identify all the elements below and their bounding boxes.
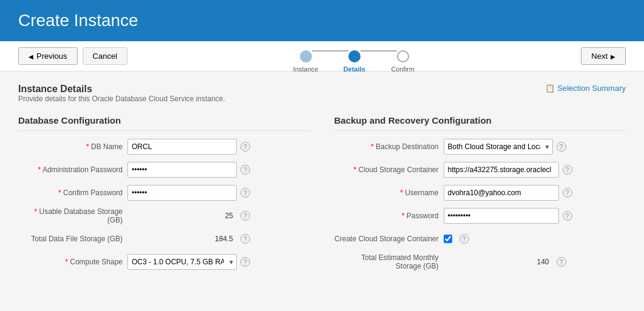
backup-password-label: Password — [334, 212, 444, 220]
backup-dest-help-icon[interactable]: ? — [557, 142, 566, 152]
backup-config-panel: Backup and Recovery Configuration Backup… — [334, 115, 626, 276]
total-monthly-label: Total Estimated Monthly Storage (GB) — [334, 253, 444, 270]
usable-storage-value: 25 — [127, 212, 237, 220]
step-line-1 — [312, 50, 348, 52]
create-container-row: Create Cloud Storage Container ? — [334, 230, 626, 247]
backup-dest-row: Backup Destination Both Cloud Storage an… — [334, 138, 626, 155]
section-header: Instance Details Provide details for thi… — [18, 84, 225, 103]
step-details: Details — [348, 50, 361, 62]
summary-icon: 📋 — [545, 84, 555, 93]
username-input[interactable] — [444, 185, 559, 201]
usable-storage-help-icon[interactable]: ? — [240, 211, 250, 221]
chevron-left-icon — [29, 52, 33, 61]
previous-label: Previous — [36, 52, 67, 61]
section-desc: Provide details for this Oracle Database… — [18, 95, 225, 103]
total-monthly-row: Total Estimated Monthly Storage (GB) 140… — [334, 253, 626, 270]
page-header: Create Instance — [0, 0, 644, 41]
wizard-steps: Instance Details Confirm — [300, 50, 409, 62]
toolbar: Previous Cancel Instance Details Confirm… — [0, 41, 644, 72]
step-details-circle — [348, 50, 361, 62]
admin-password-input[interactable] — [127, 162, 237, 178]
cancel-label: Cancel — [93, 52, 117, 61]
confirm-password-input[interactable] — [127, 185, 237, 201]
step-instance: Instance — [300, 50, 312, 62]
db-name-help-icon[interactable]: ? — [240, 142, 250, 152]
usable-storage-label: Usable Database Storage (GB) — [18, 207, 127, 224]
total-data-help-icon[interactable]: ? — [240, 234, 250, 244]
confirm-password-help-icon[interactable]: ? — [240, 188, 250, 198]
cloud-storage-label: Cloud Storage Container — [334, 166, 444, 174]
page-title: Create Instance — [18, 11, 626, 30]
username-help-icon[interactable]: ? — [563, 188, 572, 198]
total-data-value: 184.5 — [127, 235, 237, 243]
step-line-2 — [361, 50, 397, 52]
step-confirm-label: Confirm — [391, 65, 415, 73]
cancel-button[interactable]: Cancel — [83, 47, 127, 65]
db-name-row: DB Name ? — [18, 138, 310, 155]
backup-password-row: Password ? — [334, 207, 626, 224]
total-monthly-help-icon[interactable]: ? — [557, 257, 566, 267]
backup-dest-select-wrapper: Both Cloud Storage and Loca ▼ — [444, 139, 553, 155]
step-details-label: Details — [344, 65, 365, 73]
confirm-password-label: Confirm Password — [18, 189, 127, 197]
create-container-help-icon[interactable]: ? — [459, 234, 469, 244]
total-data-row: Total Data File Storage (GB) 184.5 ? — [18, 230, 310, 247]
step-instance-label: Instance — [293, 65, 319, 73]
cloud-storage-help-icon[interactable]: ? — [563, 165, 572, 175]
cloud-storage-row: Cloud Storage Container ? — [334, 161, 626, 178]
compute-shape-select-wrapper: OC3 - 1.0 OCPU, 7.5 GB RAM ▼ — [127, 254, 237, 270]
compute-shape-select[interactable]: OC3 - 1.0 OCPU, 7.5 GB RAM — [127, 254, 237, 270]
username-label: Username — [334, 189, 444, 197]
backup-dest-label: Backup Destination — [334, 142, 444, 151]
total-data-label: Total Data File Storage (GB) — [18, 235, 127, 243]
selection-summary-link[interactable]: 📋 Selection Summary — [545, 84, 626, 93]
db-config-title: Database Configuration — [18, 115, 310, 131]
backup-password-help-icon[interactable]: ? — [563, 211, 572, 221]
toolbar-left: Previous Cancel — [18, 47, 127, 65]
main-content: Instance Details Provide details for thi… — [0, 72, 644, 289]
create-container-checkbox[interactable] — [444, 235, 452, 243]
step-confirm-circle — [397, 50, 409, 62]
db-name-label: DB Name — [18, 142, 127, 151]
admin-password-row: Administration Password ? — [18, 161, 310, 178]
chevron-right-icon — [611, 52, 615, 61]
username-row: Username ? — [334, 184, 626, 201]
db-config-panel: Database Configuration DB Name ? Adminis… — [18, 115, 310, 276]
backup-password-input[interactable] — [444, 208, 559, 224]
section-header-row: Instance Details Provide details for thi… — [18, 84, 626, 106]
total-monthly-value: 140 — [444, 258, 553, 266]
db-name-input[interactable] — [127, 139, 237, 155]
next-label: Next — [591, 52, 608, 61]
confirm-password-row: Confirm Password ? — [18, 184, 310, 201]
step-confirm: Confirm — [397, 50, 409, 62]
compute-shape-label: Compute Shape — [18, 258, 127, 266]
create-container-label: Create Cloud Storage Container — [334, 235, 444, 243]
admin-password-label: Administration Password — [18, 166, 127, 174]
cloud-storage-input[interactable] — [444, 162, 559, 178]
backup-dest-select[interactable]: Both Cloud Storage and Loca — [444, 139, 553, 155]
backup-config-title: Backup and Recovery Configuration — [334, 115, 626, 131]
step-instance-circle — [300, 50, 312, 62]
content-body: Database Configuration DB Name ? Adminis… — [18, 115, 626, 276]
usable-storage-row: Usable Database Storage (GB) 25 ? — [18, 207, 310, 224]
create-container-checkbox-wrapper: ? — [444, 234, 469, 244]
compute-shape-row: Compute Shape OC3 - 1.0 OCPU, 7.5 GB RAM… — [18, 253, 310, 270]
previous-button[interactable]: Previous — [18, 47, 78, 65]
selection-summary-label: Selection Summary — [557, 84, 626, 93]
admin-password-help-icon[interactable]: ? — [240, 165, 250, 175]
compute-shape-help-icon[interactable]: ? — [240, 257, 250, 267]
section-title: Instance Details — [18, 84, 225, 95]
next-button[interactable]: Next — [581, 47, 626, 65]
